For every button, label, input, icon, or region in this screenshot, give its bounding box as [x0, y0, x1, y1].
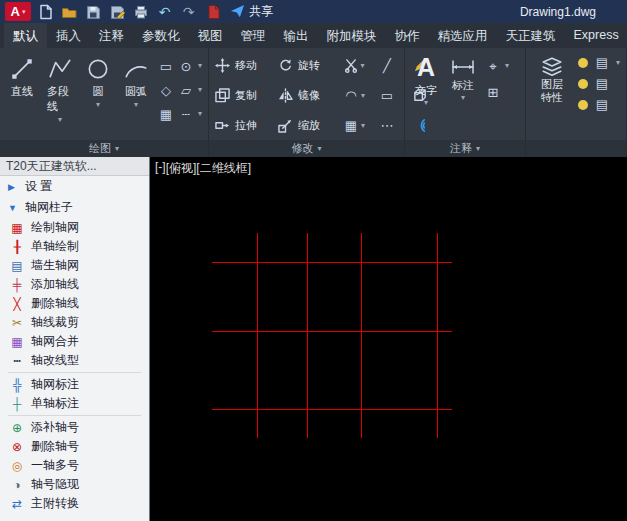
- layer-small-icon[interactable]: ▤: [594, 56, 610, 69]
- tab-view[interactable]: 视图: [189, 23, 232, 48]
- open-button[interactable]: [58, 2, 79, 22]
- line-tool-button[interactable]: 直线: [6, 52, 38, 140]
- viewport-minimize-control[interactable]: [-]: [155, 160, 166, 177]
- axis-line-vertical[interactable]: [307, 233, 308, 438]
- item-label: 单轴绘制: [31, 238, 79, 255]
- layer-lock-bulb-icon[interactable]: [578, 100, 588, 110]
- trim-tool-button[interactable]: ▾: [341, 58, 367, 73]
- save-as-button[interactable]: [106, 2, 127, 22]
- linetype-icon: ┅: [10, 355, 24, 367]
- sidebar-item-axis-linetype[interactable]: ┅ 轴改线型: [0, 351, 149, 370]
- tab-parametric[interactable]: 参数化: [133, 23, 189, 48]
- tab-insert[interactable]: 插入: [47, 23, 90, 48]
- fillet-tool-button[interactable]: ◠ ▾: [341, 89, 367, 102]
- sidebar-item-delete-axis-line[interactable]: ╳ 删除轴线: [0, 294, 149, 313]
- tab-express[interactable]: Express: [565, 23, 627, 48]
- linetype-tool-button[interactable]: ┄: [178, 108, 194, 121]
- chevron-down-icon: ▾: [318, 145, 322, 153]
- axis-line-vertical[interactable]: [437, 233, 438, 438]
- export-dwf-button[interactable]: [202, 2, 223, 22]
- tab-featured-apps[interactable]: 精选应用: [429, 23, 497, 48]
- sidebar-item-one-axis-multi-number[interactable]: ◎ 一轴多号: [0, 456, 149, 475]
- sidebar-item-wall-to-grid[interactable]: ▤ 墙生轴网: [0, 256, 149, 275]
- text-tool-button[interactable]: A 文字 ▾: [411, 52, 441, 140]
- layers-panel-expander[interactable]: [526, 140, 626, 157]
- stretch-tool-button[interactable]: 拉伸: [215, 118, 271, 133]
- stretch-icon: [215, 118, 230, 133]
- rectangle-array-button[interactable]: ▭: [374, 89, 400, 102]
- sidebar-item-axis-number-toggle[interactable]: ◑ 轴号隐现: [0, 475, 149, 494]
- axis-line-vertical[interactable]: [257, 233, 258, 438]
- layer-on-bulb-icon[interactable]: [578, 58, 588, 68]
- draw-panel-expander[interactable]: 绘图 ▾: [0, 140, 208, 157]
- tab-addins[interactable]: 附加模块: [318, 23, 386, 48]
- app-menu-button[interactable]: A ▾: [5, 2, 31, 21]
- chevron-down-icon: ▾: [476, 145, 480, 153]
- tab-default[interactable]: 默认: [4, 23, 47, 48]
- item-label: 添加轴线: [31, 276, 79, 293]
- array-tool-button[interactable]: ▦ ▾: [341, 119, 367, 132]
- sidebar-item-add-axis-line[interactable]: ╪ 添加轴线: [0, 275, 149, 294]
- plot-button[interactable]: [130, 2, 151, 22]
- drawing-canvas[interactable]: [-] [俯视] [二维线框]: [150, 157, 627, 521]
- share-button[interactable]: 共享: [230, 3, 273, 20]
- group-settings[interactable]: ▶ 设 置: [0, 176, 149, 197]
- layer-small-icon[interactable]: ▤: [594, 98, 610, 111]
- viewport-view-control[interactable]: [俯视]: [166, 160, 197, 177]
- group-axis-grid-column[interactable]: ▼ 轴网柱子: [0, 197, 149, 218]
- erase-tool-button[interactable]: ╱: [374, 59, 400, 72]
- chevron-down-icon: ▾: [361, 62, 365, 70]
- sidebar-item-axis-line-clip[interactable]: ✂ 轴线裁剪: [0, 313, 149, 332]
- sidebar-item-delete-axis-number[interactable]: ⊗ 删除轴号: [0, 437, 149, 456]
- axis-line-horizontal[interactable]: [212, 262, 452, 263]
- tab-manage[interactable]: 管理: [232, 23, 275, 48]
- axis-line-horizontal[interactable]: [212, 331, 452, 332]
- table-tool-button[interactable]: ⊞: [485, 86, 501, 99]
- hatch-tool-button[interactable]: ▦: [158, 108, 174, 121]
- share-label: 共享: [249, 3, 273, 20]
- tab-collaborate[interactable]: 协作: [386, 23, 429, 48]
- leader-tool-button[interactable]: ⌖: [485, 60, 501, 73]
- sidebar-item-draw-axis-grid[interactable]: ▦ 绘制轴网: [0, 218, 149, 237]
- modify-panel-expander[interactable]: 修改 ▾: [209, 140, 404, 157]
- layer-freeze-bulb-icon[interactable]: [578, 79, 588, 89]
- polyline-tool-button[interactable]: 多段线 ▾: [44, 52, 76, 140]
- layer-properties-button[interactable]: 图层特性: [532, 52, 572, 140]
- redo-button[interactable]: ↷: [178, 2, 199, 22]
- undo-button[interactable]: ↶: [154, 2, 175, 22]
- tab-tianzheng[interactable]: 天正建筑: [497, 23, 565, 48]
- sidebar-item-grid-merge[interactable]: ▦ 轴网合并: [0, 332, 149, 351]
- annotate-panel-expander[interactable]: 注释 ▾: [405, 140, 525, 157]
- rectangle-tool-button[interactable]: ▭: [158, 60, 174, 73]
- scale-tool-button[interactable]: 缩放: [278, 118, 334, 133]
- save-button[interactable]: [82, 2, 103, 22]
- add-number-icon: ⊕: [10, 422, 24, 434]
- item-label: 轴改线型: [31, 352, 79, 369]
- axis-line-vertical[interactable]: [361, 233, 362, 438]
- viewport-visual-style-control[interactable]: [二维线框]: [196, 160, 251, 177]
- dimension-tool-button[interactable]: 标注 ▾: [447, 52, 479, 140]
- tab-output[interactable]: 输出: [275, 23, 318, 48]
- layer-small-icon[interactable]: ▤: [594, 77, 610, 90]
- new-file-button[interactable]: [34, 2, 55, 22]
- ellipse-tool-button[interactable]: ▱: [178, 84, 194, 97]
- more-modify-button[interactable]: ⋯: [374, 119, 400, 132]
- donut-tool-button[interactable]: ⊙: [178, 60, 194, 73]
- sidebar-item-single-axis-draw[interactable]: ╂ 单轴绘制: [0, 237, 149, 256]
- palette-titlebar[interactable]: T20天正建筑软...: [0, 157, 149, 176]
- sidebar-item-add-axis-number[interactable]: ⊕ 添补轴号: [0, 418, 149, 437]
- sidebar-item-grid-dimension[interactable]: ╬ 轴网标注: [0, 375, 149, 394]
- sidebar-item-single-axis-dimension[interactable]: ┼ 单轴标注: [0, 394, 149, 413]
- sidebar-item-main-attached-convert[interactable]: ⇄ 主附转换: [0, 494, 149, 513]
- polyline-tool-label: 多段线: [47, 84, 73, 114]
- tab-annotate[interactable]: 注释: [90, 23, 133, 48]
- copy-tool-button[interactable]: 复制: [215, 88, 271, 103]
- arc-tool-button[interactable]: 圆弧 ▾: [120, 52, 152, 140]
- circle-tool-button[interactable]: 圆 ▾: [82, 52, 114, 140]
- move-tool-button[interactable]: 移动: [215, 58, 271, 73]
- mirror-tool-button[interactable]: 镜像: [278, 88, 334, 103]
- axis-line-horizontal[interactable]: [212, 409, 452, 410]
- arc-tool-label: 圆弧: [125, 84, 147, 99]
- polygon-tool-button[interactable]: ◇: [158, 84, 174, 97]
- rotate-tool-button[interactable]: 旋转: [278, 58, 334, 73]
